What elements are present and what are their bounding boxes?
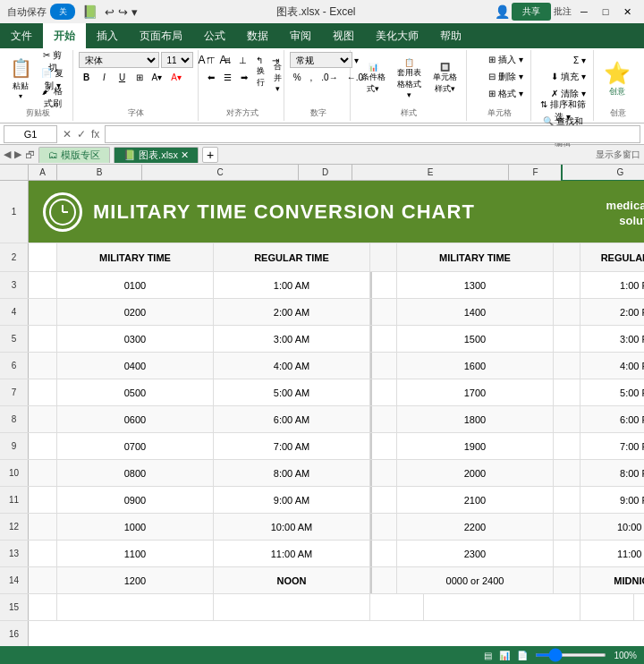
cell-mil1-5[interactable]: 0300: [57, 326, 214, 352]
cell-reg2-7[interactable]: 5:00 PM: [580, 379, 644, 405]
cell-spacer1-9[interactable]: [370, 433, 397, 459]
insert-cells-button[interactable]: ⊞ 插入 ▾: [485, 52, 527, 68]
cell-spacer1-10[interactable]: [370, 460, 397, 486]
cell-a9[interactable]: [29, 433, 57, 459]
cell-a12[interactable]: [29, 514, 57, 540]
cell-mil2-5[interactable]: 1500: [397, 326, 554, 352]
cell-spacer1-5[interactable]: [370, 326, 397, 352]
cell-spacer1-8[interactable]: [370, 406, 397, 432]
cell-reg2-10[interactable]: 8:00 PM: [580, 460, 644, 486]
cell-mil2-10[interactable]: 2000: [397, 460, 554, 486]
align-top-button[interactable]: ⊤: [204, 52, 219, 68]
cell-spacer1-4[interactable]: [370, 299, 397, 325]
col-header-d[interactable]: D: [299, 165, 352, 180]
cell-mil2-8[interactable]: 1800: [397, 406, 554, 432]
cell-reg1-9[interactable]: 7:00 AM: [214, 433, 370, 459]
font-size-select[interactable]: 11: [161, 52, 193, 68]
cell-mil2-11[interactable]: 2100: [397, 487, 554, 513]
cell-spacer1-7[interactable]: [370, 379, 397, 405]
cell-a10[interactable]: [29, 460, 57, 486]
increase-decimal-button[interactable]: .0→: [318, 69, 341, 85]
cell-b15[interactable]: [57, 594, 214, 620]
cell-spacer2-13[interactable]: [554, 541, 580, 566]
cell-reg2-14[interactable]: MIDNIGHT: [580, 567, 644, 593]
cell-spacer2-6[interactable]: [554, 353, 580, 379]
cell-mil1-13[interactable]: 1100: [57, 541, 214, 566]
cell-spacer2-9[interactable]: [554, 433, 580, 459]
tab-file[interactable]: 文件: [0, 23, 43, 48]
percent-button[interactable]: %: [290, 69, 305, 85]
col3-header-cell[interactable]: MILITARY TIME: [397, 243, 554, 271]
tab-page-layout[interactable]: 页面布局: [129, 23, 193, 48]
cell-e15[interactable]: [424, 594, 580, 620]
cell-style-button[interactable]: 🔲 单元格样式▾: [428, 52, 462, 106]
confirm-formula-icon[interactable]: ✓: [75, 128, 88, 140]
tab-view[interactable]: 视图: [322, 23, 365, 48]
cell-reg1-14[interactable]: NOON: [214, 567, 370, 593]
redo-btn[interactable]: ↪: [118, 5, 128, 19]
cell-mil2-13[interactable]: 2300: [397, 541, 554, 566]
cell-mil2-14[interactable]: 0000 or 2400: [397, 567, 554, 593]
cell-spacer2-7[interactable]: [554, 379, 580, 405]
col2-header-cell[interactable]: REGULAR TIME: [214, 243, 370, 271]
col-header-e[interactable]: E: [352, 165, 509, 180]
cell-spacer2-14[interactable]: [554, 567, 580, 593]
cell-mil2-9[interactable]: 1900: [397, 433, 554, 459]
col-header-f[interactable]: F: [509, 165, 563, 180]
cell-reg2-5[interactable]: 3:00 PM: [580, 326, 644, 352]
font-color-button[interactable]: A▾: [167, 69, 185, 85]
cell-spacer2-8[interactable]: [554, 406, 580, 432]
cell-spacer2-5[interactable]: [554, 326, 580, 352]
create-button[interactable]: ⭐ 创意: [599, 52, 635, 106]
cell-d15[interactable]: [370, 594, 424, 620]
bold-button[interactable]: B: [79, 69, 95, 85]
col-header-g[interactable]: G: [563, 165, 644, 180]
cell-reg2-11[interactable]: 9:00 PM: [580, 487, 644, 513]
cell-mil2-7[interactable]: 1700: [397, 379, 554, 405]
cell-mil2-6[interactable]: 1600: [397, 353, 554, 379]
tab-insert[interactable]: 插入: [86, 23, 129, 48]
cell-reg1-7[interactable]: 5:00 AM: [214, 379, 370, 405]
cell-spacer1-6[interactable]: [370, 353, 397, 379]
cell-a14[interactable]: [29, 567, 57, 593]
cell-e2-spacer[interactable]: [370, 243, 397, 271]
cancel-formula-icon[interactable]: ✕: [61, 128, 73, 140]
sheet1-tab[interactable]: 📗 图表.xlsx ✕: [114, 147, 199, 163]
cell-spacer1-14[interactable]: [370, 567, 397, 593]
align-right-button[interactable]: ➡: [237, 69, 251, 85]
cell-reg1-11[interactable]: 9:00 AM: [214, 487, 370, 513]
display-panels-button[interactable]: 显示多窗口: [596, 149, 640, 161]
cell-reg2-8[interactable]: 6:00 PM: [580, 406, 644, 432]
cell-reg2-13[interactable]: 11:00 PM: [580, 541, 644, 566]
tab-left-arrow[interactable]: ◀: [4, 149, 11, 160]
cell-spacer2-3[interactable]: [554, 272, 580, 298]
fill-color-button[interactable]: A▾: [148, 69, 166, 85]
wrap-text-button[interactable]: 换行: [253, 69, 268, 85]
cell-reg2-9[interactable]: 7:00 PM: [580, 433, 644, 459]
align-left-button[interactable]: ⬅: [204, 69, 218, 85]
normal-view-icon[interactable]: ▤: [484, 651, 492, 660]
cell-mil1-3[interactable]: 0100: [57, 272, 214, 298]
comma-button[interactable]: ,: [307, 69, 317, 85]
cell-mil2-3[interactable]: 1300: [397, 272, 554, 298]
cell-a5[interactable]: [29, 326, 57, 352]
font-name-select[interactable]: 宋体: [79, 52, 159, 68]
zoom-slider[interactable]: [535, 653, 606, 657]
format-painter-button[interactable]: 🖌 格式刷: [37, 89, 69, 106]
tab-home[interactable]: 开始: [43, 23, 86, 48]
maximize-button[interactable]: □: [596, 3, 615, 21]
cell-mil1-11[interactable]: 0900: [57, 487, 214, 513]
cell-mil1-4[interactable]: 0200: [57, 299, 214, 325]
page-layout-icon[interactable]: 📊: [499, 651, 510, 660]
cell-spacer2-11[interactable]: [554, 487, 580, 513]
cell-spacer1-11[interactable]: [370, 487, 397, 513]
merge-button[interactable]: 合并▾: [270, 69, 285, 85]
cell-reg2-6[interactable]: 4:00 PM: [580, 353, 644, 379]
close-button[interactable]: ✕: [617, 3, 637, 21]
cell-f2-spacer[interactable]: [554, 243, 580, 271]
cell-mil1-8[interactable]: 0600: [57, 406, 214, 432]
new-window-icon[interactable]: 🗗: [25, 149, 35, 160]
tab-formula[interactable]: 公式: [193, 23, 236, 48]
col1-header-cell[interactable]: MILITARY TIME: [57, 243, 214, 271]
number-format-select[interactable]: 常规: [290, 52, 352, 68]
